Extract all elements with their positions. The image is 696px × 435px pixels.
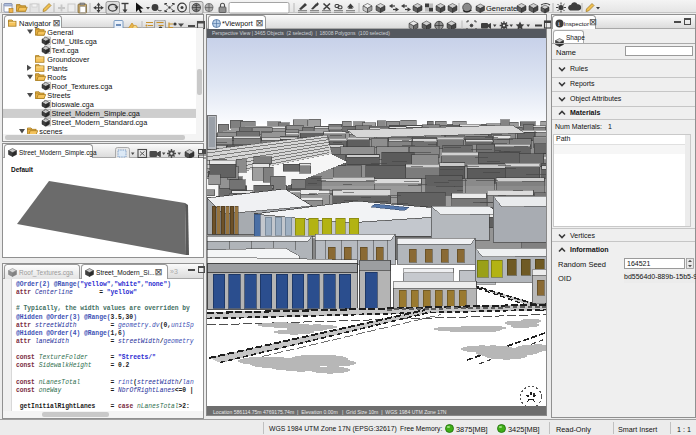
svg-text:Text.cga: Text.cga <box>52 46 80 55</box>
svg-text:CIM_Utils.cga: CIM_Utils.cga <box>52 37 98 46</box>
svg-text:Streets: Streets <box>47 91 70 100</box>
svg-text:Roofs: Roofs <box>47 73 66 82</box>
svg-text:Roof_Textures.cga: Roof_Textures.cga <box>52 82 114 91</box>
svg-text:i: i <box>558 20 560 27</box>
svg-text:General: General <box>47 28 73 37</box>
svg-text:Plants: Plants <box>47 64 68 73</box>
svg-text:Location 586114.75m 4769175.74: Location 586114.75m 4769175.74m | Elevat… <box>213 409 447 415</box>
svg-text:Generate: Generate <box>486 4 517 13</box>
svg-text:bioswale.cga: bioswale.cga <box>52 100 95 109</box>
svg-text:Street_Modern_Simple.cga: Street_Modern_Simple.cga <box>52 109 141 118</box>
svg-text:Street_Modern_Standard.cga: Street_Modern_Standard.cga <box>52 118 149 127</box>
svg-text:Groundcover: Groundcover <box>47 55 90 64</box>
